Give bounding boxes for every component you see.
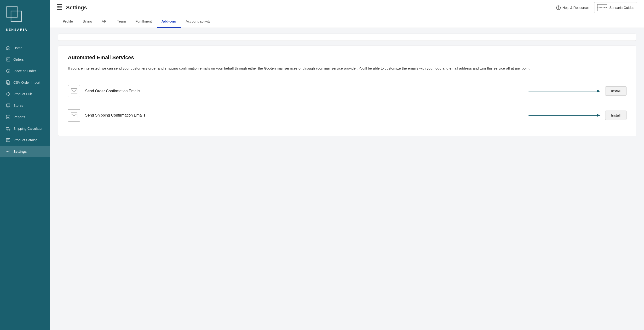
automated-email-services-card: Automated Email Services If you are inte… xyxy=(58,46,636,136)
sidebar-item-product-hub[interactable]: Product Hub xyxy=(0,88,50,100)
shipping-confirmation-row: Send Shipping Confirmation Emails Instal… xyxy=(68,103,626,127)
svg-rect-1 xyxy=(11,11,22,22)
header: ← Settings Help & Resources xyxy=(50,0,644,15)
card-description: If you are interested, we can send your … xyxy=(68,66,626,72)
tabs-bar: Profile Billing API Team Fulfillment Add… xyxy=(50,15,644,28)
shipping-icon xyxy=(6,126,10,131)
card-title: Automated Email Services xyxy=(68,55,626,61)
svg-point-16 xyxy=(8,151,9,152)
svg-rect-18 xyxy=(57,8,62,9)
hamburger-icon xyxy=(57,6,62,10)
tab-api[interactable]: API xyxy=(97,15,112,28)
svg-point-8 xyxy=(8,95,8,96)
orders-icon xyxy=(6,57,10,62)
svg-point-7 xyxy=(9,94,10,94)
header-right: Help & Resources SENSARIA Sensaria Guide… xyxy=(556,2,637,13)
sidebar-logo: SENSARIA xyxy=(0,0,50,38)
svg-rect-2 xyxy=(6,58,10,61)
mail-icon xyxy=(71,88,78,94)
order-confirmation-row: Send Order Confirmation Emails Install xyxy=(68,79,626,103)
sidebar-item-orders[interactable]: Orders xyxy=(0,54,50,65)
svg-rect-0 xyxy=(7,7,17,17)
svg-rect-12 xyxy=(6,128,9,130)
content-area: Automated Email Services If you are inte… xyxy=(50,28,644,330)
mail-icon-2 xyxy=(71,113,78,118)
tab-fulfillment[interactable]: Fulfillment xyxy=(130,15,156,28)
main-content: ← Settings Help & Resources xyxy=(50,0,644,330)
svg-rect-25 xyxy=(71,113,77,118)
sidebar-item-shipping-calc[interactable]: Shipping Calculator xyxy=(0,123,50,134)
sensaria-guides-button[interactable]: SENSARIA Sensaria Guides xyxy=(594,2,637,13)
sensaria-guides-logo: SENSARIA xyxy=(597,4,607,11)
svg-marker-24 xyxy=(597,90,600,93)
svg-point-6 xyxy=(8,92,8,93)
svg-point-5 xyxy=(6,94,7,94)
catalog-icon xyxy=(6,138,10,142)
tab-team[interactable]: Team xyxy=(112,15,131,28)
shipping-email-icon xyxy=(68,109,80,122)
shipping-arrow xyxy=(528,113,600,118)
stores-icon xyxy=(6,103,10,108)
reports-icon xyxy=(6,115,10,119)
product-hub-icon xyxy=(6,92,10,96)
home-icon xyxy=(6,46,10,50)
sensaria-guides-label: Sensaria Guides xyxy=(609,6,634,10)
sidebar-item-reports[interactable]: Reports xyxy=(0,111,50,123)
order-email-icon xyxy=(68,85,80,97)
shipping-install-button[interactable]: Install xyxy=(605,111,626,120)
shipping-confirmation-label: Send Shipping Confirmation Emails xyxy=(85,113,524,118)
place-order-icon xyxy=(6,69,10,73)
help-resources-link[interactable]: Help & Resources xyxy=(556,5,590,10)
svg-rect-4 xyxy=(6,81,9,84)
order-arrow xyxy=(528,89,600,94)
svg-point-13 xyxy=(7,130,8,130)
settings-icon xyxy=(6,149,10,154)
tab-addons[interactable]: Add-ons xyxy=(157,15,181,28)
help-icon xyxy=(556,5,561,10)
order-install-button[interactable]: Install xyxy=(605,86,626,96)
sidebar-item-product-catalog[interactable]: Product Catalog xyxy=(0,134,50,146)
sidebar-nav: Home Orders Place an Order CSV O xyxy=(0,38,50,330)
sidebar-item-place-order[interactable]: Place an Order xyxy=(0,65,50,77)
svg-rect-19 xyxy=(57,9,62,10)
header-left: ← Settings xyxy=(57,4,87,11)
svg-rect-22 xyxy=(71,89,77,94)
sidebar-item-home[interactable]: Home xyxy=(0,42,50,54)
tab-billing[interactable]: Billing xyxy=(78,15,97,28)
csv-icon xyxy=(6,80,10,85)
sidebar: SENSARIA Home Orders Place an Order xyxy=(0,0,50,330)
brand-name: SENSARIA xyxy=(6,28,44,32)
tab-profile[interactable]: Profile xyxy=(58,15,78,28)
menu-toggle-button[interactable]: ← xyxy=(57,4,62,11)
sidebar-item-csv-import[interactable]: CSV Order Import xyxy=(0,77,50,88)
tab-account-activity[interactable]: Account activity xyxy=(181,15,216,28)
page-title: Settings xyxy=(66,5,87,11)
svg-marker-27 xyxy=(597,114,600,117)
order-confirmation-label: Send Order Confirmation Emails xyxy=(85,89,524,93)
partial-card xyxy=(58,34,636,41)
svg-point-14 xyxy=(9,130,10,130)
sidebar-item-stores[interactable]: Stores xyxy=(0,100,50,111)
sidebar-item-settings[interactable]: Settings xyxy=(0,146,50,157)
brand-logo xyxy=(6,6,22,23)
svg-rect-17 xyxy=(57,6,62,7)
